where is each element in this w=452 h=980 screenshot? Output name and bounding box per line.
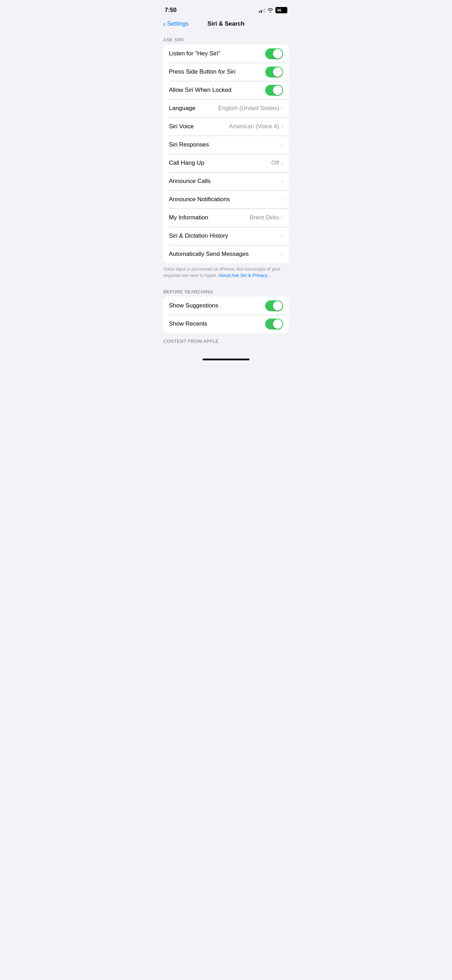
signal-icon <box>259 8 265 13</box>
chevron-icon: › <box>282 105 283 111</box>
announce-notifications-right: › <box>282 196 283 203</box>
content-from-apple-section: CONTENT FROM APPLE <box>158 336 294 346</box>
press-side-button-row[interactable]: Press Side Button for Siri <box>163 63 289 81</box>
ask-siri-section: ASK SIRI Listen for "Hey Siri" Press Sid… <box>158 35 294 283</box>
toggle-knob <box>273 319 282 329</box>
content-from-apple-header: CONTENT FROM APPLE <box>158 336 294 346</box>
battery-level: 96 <box>277 8 282 12</box>
back-label: Settings <box>167 20 188 27</box>
my-information-label: My Information <box>169 214 250 221</box>
status-time: 7:50 <box>165 7 177 14</box>
chevron-icon: › <box>282 160 283 166</box>
my-information-value: Brent Dirks › <box>250 214 283 221</box>
allow-siri-locked-label: Allow Siri When Locked <box>169 87 265 94</box>
siri-voice-label: Siri Voice <box>169 123 229 130</box>
listen-hey-siri-label: Listen for "Hey Siri" <box>169 50 265 57</box>
announce-notifications-row[interactable]: Announce Notifications › <box>163 190 289 208</box>
before-searching-section: BEFORE SEARCHING Show Suggestions Show R… <box>158 287 294 333</box>
toggle-knob <box>273 67 282 77</box>
status-icons: 96 <box>259 7 287 13</box>
chevron-icon: › <box>282 123 283 130</box>
show-recents-label: Show Recents <box>169 320 265 328</box>
auto-send-messages-row[interactable]: Automatically Send Messages › <box>163 245 289 263</box>
content: ASK SIRI Listen for "Hey Siri" Press Sid… <box>158 32 294 353</box>
before-searching-header: BEFORE SEARCHING <box>158 287 294 296</box>
toggle-knob <box>273 301 282 310</box>
siri-dictation-history-label: Siri & Dictation History <box>169 232 282 239</box>
chevron-icon: › <box>282 142 283 148</box>
chevron-icon: › <box>282 178 283 185</box>
wifi-icon <box>267 8 273 13</box>
language-label: Language <box>169 105 218 112</box>
siri-responses-row[interactable]: Siri Responses › <box>163 136 289 154</box>
show-recents-row[interactable]: Show Recents <box>163 315 289 333</box>
announce-notifications-label: Announce Notifications <box>169 196 282 203</box>
ask-siri-header: ASK SIRI <box>158 35 294 45</box>
privacy-link[interactable]: About Ask Siri & Privacy... <box>219 273 271 278</box>
show-suggestions-row[interactable]: Show Suggestions <box>163 296 289 315</box>
toggle-knob <box>273 86 282 95</box>
chevron-icon: › <box>282 233 283 239</box>
before-searching-card: Show Suggestions Show Recents <box>163 296 289 333</box>
press-side-button-label: Press Side Button for Siri <box>169 68 265 75</box>
siri-voice-row[interactable]: Siri Voice American (Voice 4) › <box>163 118 289 136</box>
back-chevron-icon: ‹ <box>163 20 166 27</box>
language-row[interactable]: Language English (United States) › <box>163 99 289 118</box>
auto-send-messages-right: › <box>282 251 283 257</box>
press-side-button-toggle[interactable] <box>265 67 283 78</box>
siri-dictation-history-row[interactable]: Siri & Dictation History › <box>163 227 289 245</box>
show-suggestions-toggle[interactable] <box>265 301 283 311</box>
show-suggestions-label: Show Suggestions <box>169 302 265 309</box>
call-hang-up-value: Off › <box>271 159 283 167</box>
siri-dictation-history-right: › <box>282 233 283 239</box>
allow-siri-locked-row[interactable]: Allow Siri When Locked <box>163 81 289 99</box>
battery-icon: 96 <box>275 7 287 13</box>
status-bar: 7:50 96 <box>158 0 294 18</box>
home-indicator-area <box>158 353 294 363</box>
siri-responses-right: › <box>282 142 283 148</box>
home-indicator <box>202 359 250 360</box>
language-value: English (United States) › <box>218 105 283 112</box>
call-hang-up-label: Call Hang Up <box>169 159 271 167</box>
siri-voice-value: American (Voice 4) › <box>229 123 283 130</box>
chevron-icon: › <box>282 215 283 221</box>
ask-siri-card: Listen for "Hey Siri" Press Side Button … <box>163 45 289 263</box>
announce-calls-right: › <box>282 178 283 185</box>
announce-calls-label: Announce Calls <box>169 178 282 185</box>
allow-siri-locked-toggle[interactable] <box>265 85 283 96</box>
chevron-icon: › <box>282 196 283 203</box>
siri-responses-label: Siri Responses <box>169 141 282 148</box>
ask-siri-footer: Voice input is processed on iPhone, but … <box>158 263 294 283</box>
navigation-bar: ‹ Settings Siri & Search <box>158 18 294 32</box>
announce-calls-row[interactable]: Announce Calls › <box>163 172 289 190</box>
listen-hey-siri-row[interactable]: Listen for "Hey Siri" <box>163 45 289 63</box>
listen-hey-siri-toggle[interactable] <box>265 48 283 59</box>
back-button[interactable]: ‹ Settings <box>163 20 188 27</box>
show-recents-toggle[interactable] <box>265 318 283 329</box>
my-information-row[interactable]: My Information Brent Dirks › <box>163 208 289 227</box>
auto-send-messages-label: Automatically Send Messages <box>169 251 282 258</box>
call-hang-up-row[interactable]: Call Hang Up Off › <box>163 154 289 172</box>
page-title: Siri & Search <box>207 20 245 27</box>
chevron-icon: › <box>282 251 283 257</box>
toggle-knob <box>273 49 282 59</box>
